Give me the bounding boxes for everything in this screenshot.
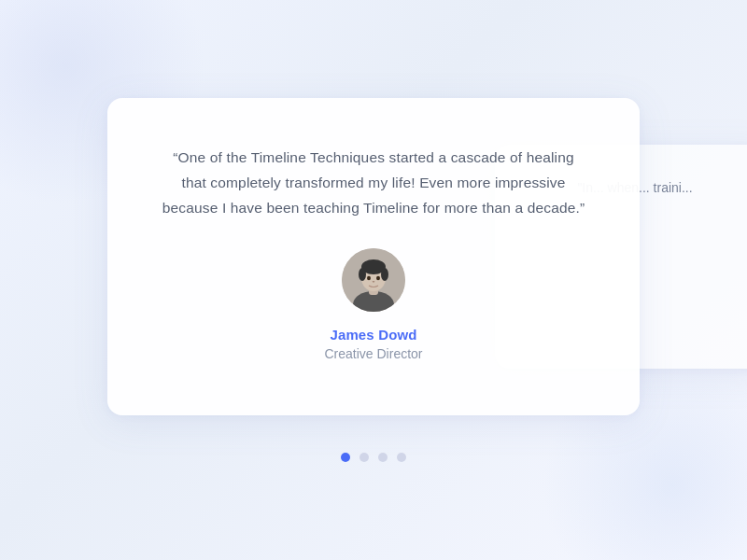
dot-1[interactable] (359, 453, 369, 462)
cards-container: “One of the Timeline Techniques started … (0, 98, 747, 415)
dot-0[interactable] (341, 453, 350, 462)
svg-point-6 (381, 268, 388, 281)
quote-text: “One of the Timeline Techniques started … (159, 145, 588, 220)
dot-2[interactable] (378, 453, 388, 462)
svg-point-5 (359, 268, 366, 281)
carousel-wrapper: “One of the Timeline Techniques started … (0, 0, 747, 560)
dot-3[interactable] (397, 453, 406, 462)
avatar (342, 248, 405, 312)
svg-point-8 (376, 276, 380, 280)
testimonial-card-active: “One of the Timeline Techniques started … (107, 98, 640, 415)
person-title: Creative Director (324, 346, 422, 361)
dots-container (341, 453, 406, 462)
svg-point-7 (367, 276, 371, 280)
person-name: James Dowd (330, 327, 416, 343)
